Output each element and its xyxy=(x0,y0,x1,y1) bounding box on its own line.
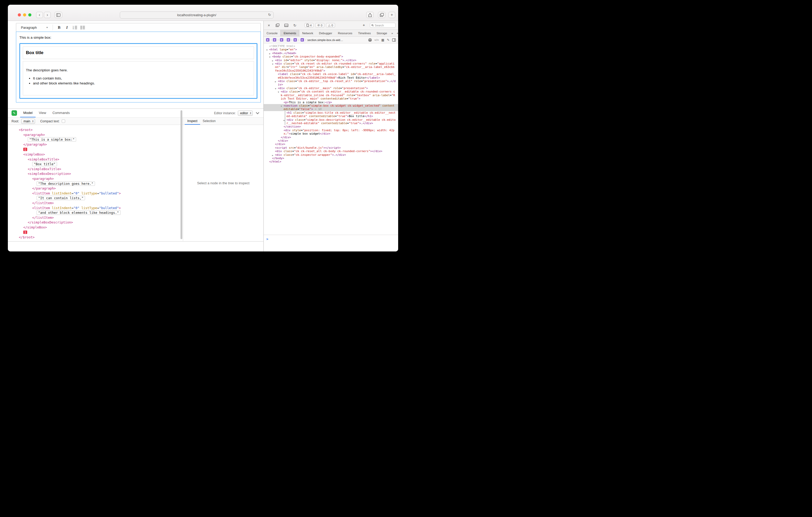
minimize-window-button[interactable] xyxy=(23,13,26,17)
share-button[interactable] xyxy=(366,12,374,18)
dom-tree-node[interactable]: <script src="dist/bundle.js"></script> xyxy=(264,146,398,150)
devtools-search[interactable] xyxy=(370,23,396,28)
model-tree-node[interactable]: </$root> xyxy=(8,235,183,240)
dom-tree-node[interactable]: ▼<body class="ck-inspector-body-expanded… xyxy=(264,55,398,58)
model-tree-node[interactable]: </paragraph> xyxy=(8,142,183,147)
breadcrumb-selected-node[interactable]: section.simple-box.ck-wid… xyxy=(308,38,343,41)
quick-console[interactable]: > xyxy=(264,235,398,251)
italic-button[interactable]: I xyxy=(63,24,71,31)
dom-tree-node[interactable]: ▶<div id="editor" style="display: none;"… xyxy=(264,59,398,62)
back-button[interactable]: ‹ xyxy=(36,12,43,18)
print-icon[interactable] xyxy=(368,38,372,41)
sidebar-toggle-button[interactable] xyxy=(54,12,62,18)
dom-tree-node[interactable]: <div class="ck ck-reset_all ck-body ck-r… xyxy=(264,150,398,153)
model-tree-node[interactable]: "and other block elements like headings.… xyxy=(8,210,183,215)
model-tree-node[interactable]: <listItem listIndent="0" listType="bulle… xyxy=(8,191,183,196)
dom-tree-node[interactable]: <!DOCTYPE html> xyxy=(264,44,398,48)
reload-button[interactable]: ↻ xyxy=(268,13,271,17)
breadcrumb-element-chip[interactable]: E xyxy=(273,38,276,41)
tab-selection[interactable]: Selection xyxy=(200,118,218,125)
simple-box-title[interactable]: Box title xyxy=(23,47,254,59)
disclosure-triangle[interactable]: ▶ xyxy=(275,80,276,83)
breadcrumb-element-chip[interactable]: E xyxy=(287,38,290,41)
disclosure-triangle[interactable]: ▶ xyxy=(284,119,285,122)
model-tree-node[interactable]: <paragraph> xyxy=(8,176,183,181)
model-tree-node[interactable]: <paragraph> xyxy=(8,132,183,138)
breadcrumb-element-chip[interactable]: E xyxy=(280,38,283,41)
tab-network[interactable]: Network xyxy=(299,30,316,36)
model-tree-node[interactable]: <simpleBoxDescription> xyxy=(8,172,183,176)
model-tree-node[interactable]: <listItem listIndent="0" listType="bulle… xyxy=(8,206,183,211)
dom-tree-node[interactable]: ▼<div class="ck ck-editor__main" role="p… xyxy=(264,87,398,90)
more-tabs-button[interactable]: » xyxy=(390,32,394,35)
compact-text-chec kbox[interactable] xyxy=(62,119,65,123)
grid-overlay-icon[interactable]: ▦ xyxy=(381,38,384,42)
breadcrumb-element-chip[interactable]: E xyxy=(300,38,304,41)
model-tree-node[interactable]: </listItem> xyxy=(8,201,183,206)
tab-console[interactable]: Console xyxy=(264,30,281,36)
simple-box-description[interactable]: The description goes here. It can contai… xyxy=(23,61,254,95)
collapse-inspector-icon[interactable] xyxy=(256,111,259,114)
element-picker-button[interactable]: ⌖ xyxy=(361,23,367,28)
model-tree-node[interactable]: "The description goes here." xyxy=(8,181,183,186)
dom-tree-node[interactable]: ▼<div class="ck ck-reset ck-editor ck-ro… xyxy=(264,62,398,72)
disclosure-triangle[interactable]: ▼ xyxy=(278,90,279,94)
reload-page-button[interactable]: ↻ xyxy=(292,23,297,28)
dom-tree-node[interactable]: <div style="position: fixed; top: 0px; l… xyxy=(264,129,398,136)
disclosure-triangle[interactable]: ▼ xyxy=(272,62,273,66)
dom-tree-node[interactable]: ▼<div class="ck ck-content ck-editor__ed… xyxy=(264,90,398,100)
tab-debugger[interactable]: Debugger xyxy=(316,30,335,36)
model-tree-node[interactable]: "It can contain lists," xyxy=(8,196,183,201)
dom-tree-node[interactable]: </div> xyxy=(264,139,398,143)
resource-count[interactable]: 4 xyxy=(304,23,314,27)
breadcrumb-element-chip[interactable]: E xyxy=(293,38,297,41)
model-tree-node[interactable]: </simpleBoxTitle> xyxy=(8,167,183,172)
editor-editable-area[interactable]: This is a simple box: Box title The desc… xyxy=(16,32,261,102)
dock-side-button[interactable] xyxy=(284,23,289,28)
model-tree-node[interactable]: </listItem> xyxy=(8,215,183,220)
dom-tree-node[interactable]: </div> xyxy=(264,136,398,139)
warning-count[interactable]: △ 0 xyxy=(326,23,335,27)
bold-button[interactable]: B xyxy=(55,24,63,31)
dom-tree-node[interactable]: </section> xyxy=(264,125,398,128)
close-window-button[interactable] xyxy=(18,13,21,17)
model-tree-node[interactable]: <simpleBox> xyxy=(8,152,183,157)
model-tree-node[interactable]: [ xyxy=(8,147,183,152)
dom-tree-node[interactable]: ▶<head>…</head> xyxy=(264,52,398,55)
new-tab-button[interactable]: + xyxy=(388,12,395,18)
model-tree-node[interactable]: </simpleBox> xyxy=(8,225,183,230)
heading-dropdown[interactable]: Paragraph ▼ xyxy=(19,24,50,31)
tab-view[interactable]: View xyxy=(36,109,49,117)
dom-tree-node[interactable]: ▶<div class="ck ck-editor__top ck-reset_… xyxy=(264,80,398,87)
zoom-window-button[interactable] xyxy=(28,13,31,17)
bulleted-list-button[interactable] xyxy=(79,24,87,31)
add-tab-button[interactable]: + xyxy=(395,32,398,35)
model-tree-node[interactable]: </simpleBoxDescription> xyxy=(8,220,183,225)
dom-tree-node[interactable]: <label class="ck ck-label ck-voice-label… xyxy=(264,72,398,80)
dom-tree-node[interactable]: </div> xyxy=(264,143,398,146)
dom-tree-node[interactable]: </html> xyxy=(264,160,398,163)
dom-tree-node[interactable]: ▶<div class="ck-inspector-wrapper">…</di… xyxy=(264,153,398,157)
dom-tree-node[interactable]: </body> xyxy=(264,157,398,160)
tab-overview-button[interactable] xyxy=(378,12,385,18)
tab-storage[interactable]: Storage xyxy=(374,30,390,36)
tab-inspect[interactable]: Inspect xyxy=(185,118,200,125)
breadcrumb-element-chip[interactable]: E xyxy=(266,38,269,41)
model-tree-node[interactable]: </paragraph> xyxy=(8,186,183,191)
simple-box-widget[interactable]: Box title The description goes here. It … xyxy=(19,43,257,99)
detach-inspector-button[interactable] xyxy=(275,23,280,28)
close-inspector-button[interactable]: × xyxy=(266,23,271,28)
tab-model[interactable]: Model xyxy=(20,109,36,117)
model-tree-node[interactable]: ] xyxy=(8,230,183,235)
show-source-icon[interactable]: </> xyxy=(374,39,379,41)
editor-instance-select[interactable]: editor ▲▼ xyxy=(238,111,253,116)
edit-element-icon[interactable]: ✎ xyxy=(387,38,389,42)
root-select[interactable]: main ▲▼ xyxy=(21,119,35,124)
model-tree-node[interactable]: "This is a simple box:" xyxy=(8,137,183,142)
error-count[interactable]: ⊘ 0 xyxy=(315,23,324,27)
dom-tree-node[interactable]: ▶<div class="simple-box-description ck-e… xyxy=(264,118,398,125)
dom-tree-node[interactable]: ▼<html lang="en"> xyxy=(264,48,398,51)
model-tree-node[interactable]: <$root> xyxy=(8,127,183,132)
dom-tree-node[interactable]: <h1 class="simple-box-title ck-editor__e… xyxy=(264,111,398,118)
dom-tree-node[interactable]: ▼<section class="simple-box ck-widget ck… xyxy=(264,104,398,111)
